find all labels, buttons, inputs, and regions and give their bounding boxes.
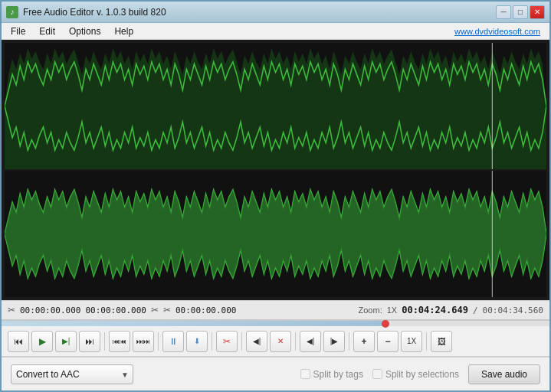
- zoom-label: Zoom:: [359, 305, 382, 315]
- separator-2: [158, 332, 159, 351]
- minimize-button[interactable]: ─: [496, 5, 511, 19]
- menu-help[interactable]: Help: [108, 24, 139, 38]
- seek-bar[interactable]: [2, 320, 549, 326]
- split-by-tags-group: Split by tags: [300, 369, 363, 380]
- waveform-track-bottom[interactable]: [5, 171, 546, 297]
- title-bar: ♪ Free Audio Editor v. 1.0.3 build 820 ─…: [2, 2, 549, 23]
- next-button[interactable]: ⏭⏭: [133, 331, 154, 352]
- menu-file[interactable]: File: [5, 24, 31, 38]
- next-mark-button[interactable]: |▶: [323, 331, 345, 352]
- zoom-value: 1X: [387, 305, 397, 315]
- waveform-container: [2, 40, 549, 300]
- separator-7: [426, 332, 427, 351]
- separator-6: [349, 332, 349, 351]
- separator-1: [104, 332, 105, 351]
- trim-button[interactable]: ✕: [270, 331, 291, 352]
- bottom-bar: Convert to AAC Convert to MP3 Convert to…: [2, 357, 549, 390]
- time-end: 00:00:00.000: [85, 305, 146, 315]
- menu-edit[interactable]: Edit: [33, 24, 61, 38]
- waveform-track-top[interactable]: [5, 43, 546, 169]
- go-end-button[interactable]: ⏭: [79, 331, 100, 352]
- maximize-button[interactable]: □: [513, 5, 528, 19]
- split-by-tags-checkbox[interactable]: [300, 369, 310, 379]
- window-title: Free Audio Editor v. 1.0.3 build 820: [23, 7, 496, 18]
- cut-button[interactable]: ✂: [216, 331, 238, 352]
- separator-5: [295, 332, 296, 351]
- toolbar: ⏮ ▶ ▶| ⏭ ⏮⏮ ⏭⏭ ⏸ ⬇ ✂ ◀| ✕ ◀| |▶ + − 1X 🖼: [2, 326, 549, 357]
- separator-3: [212, 332, 212, 351]
- split-by-tags-label: Split by tags: [313, 369, 363, 380]
- current-time: 00:04:24.649: [402, 305, 468, 315]
- app-icon: ♪: [6, 6, 18, 18]
- separator-4: [241, 332, 242, 351]
- go-start-button[interactable]: ⏮: [8, 331, 29, 352]
- scissor-icon-1: ✂: [8, 305, 15, 315]
- play-button[interactable]: ▶: [31, 331, 53, 352]
- format-select[interactable]: Convert to AAC Convert to MP3 Convert to…: [11, 364, 133, 384]
- play-selection-button[interactable]: ▶|: [55, 331, 77, 352]
- window-controls: ─ □ ✕: [496, 5, 545, 19]
- website-link[interactable]: www.dvdvideosoft.com: [454, 27, 540, 36]
- save-audio-button[interactable]: Save audio: [468, 364, 540, 384]
- scissor-icon-2: ✂: [151, 305, 159, 315]
- split-by-selections-group: Split by selections: [372, 369, 459, 380]
- scissor-icon-3: ✂: [163, 305, 171, 315]
- time-cursor: 00:00:00.000: [175, 305, 236, 315]
- total-time: 00:04:34.560: [483, 305, 543, 315]
- time-separator: /: [473, 305, 478, 315]
- zoom-out-button[interactable]: −: [377, 331, 398, 352]
- zoom-level-button[interactable]: 1X: [401, 331, 422, 352]
- menu-bar: File Edit Options Help www.dvdvideosoft.…: [2, 23, 549, 40]
- waveform-svg-bottom: [5, 171, 546, 297]
- stop-button[interactable]: ⬇: [186, 331, 208, 352]
- paste-trim-button[interactable]: ◀|: [246, 331, 267, 352]
- split-by-selections-label: Split by selections: [385, 369, 459, 380]
- menu-items: File Edit Options Help: [5, 24, 139, 38]
- seek-progress: [2, 321, 385, 326]
- waveform-svg-top: [5, 43, 546, 169]
- prev-mark-button[interactable]: ◀|: [300, 331, 321, 352]
- zoom-in-button[interactable]: +: [353, 331, 375, 352]
- app-window: ♪ Free Audio Editor v. 1.0.3 build 820 ─…: [0, 0, 551, 392]
- pause-button[interactable]: ⏸: [162, 331, 184, 352]
- format-select-wrapper: Convert to AAC Convert to MP3 Convert to…: [11, 364, 133, 384]
- menu-options[interactable]: Options: [63, 24, 107, 38]
- seek-thumb[interactable]: [382, 320, 389, 328]
- close-button[interactable]: ✕: [530, 5, 545, 19]
- time-bar: ✂ 00:00:00.000 00:00:00.000 ✂ ✂ 00:00:00…: [2, 300, 549, 320]
- prev-button[interactable]: ⏮⏮: [109, 331, 130, 352]
- time-start: 00:00:00.000: [20, 305, 80, 315]
- screenshot-button[interactable]: 🖼: [431, 331, 452, 352]
- split-by-selections-checkbox[interactable]: [372, 369, 382, 379]
